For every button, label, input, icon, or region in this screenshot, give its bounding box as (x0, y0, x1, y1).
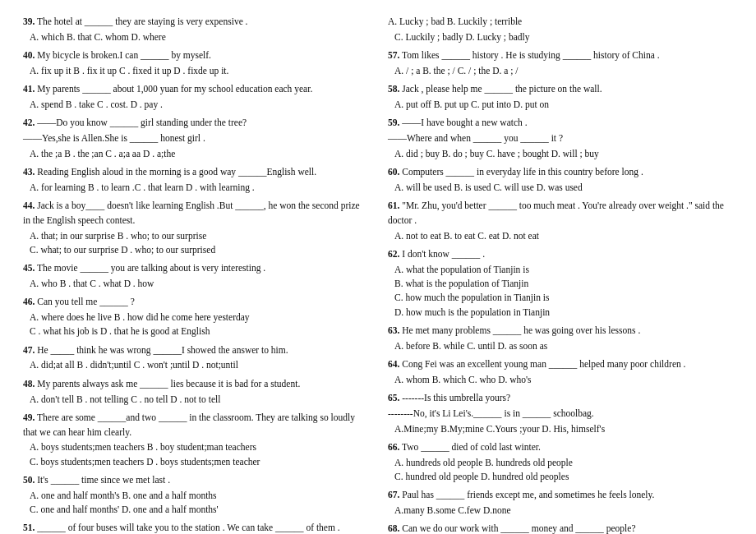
option-row: A. / ; a B. the ; / C. / ; the D. a ; / (394, 64, 733, 78)
option-row: A. that; in our surprise B . who; to our… (30, 229, 368, 243)
options-block: A. which B. that C. whom D. where (23, 30, 368, 44)
question-item: 61. "Mr. Zhu, you'd better ______ too mu… (388, 199, 733, 243)
option-row: A. spend B . take C . cost. D . pay . (30, 98, 368, 112)
question-item: 46. Can you tell me ______ ?A. where doe… (23, 295, 368, 338)
question-item: 63. He met many problems ______ he was g… (388, 324, 733, 353)
options-block: C. Luckily ; badly D. Lucky ; badly (388, 30, 733, 44)
question-item: 48. My parents always ask me ______ lies… (23, 377, 368, 407)
option-row: A. fix up it B . fix it up C . fixed it … (30, 64, 368, 78)
question-text: 67. Paul has ______ friends except me, a… (388, 488, 733, 503)
option-row: A. before B. while C. until D. as soon a… (394, 339, 733, 353)
option-row: A. not to eat B. to eat C. eat D. not ea… (394, 229, 733, 243)
options-block: A. not to eat B. to eat C. eat D. not ea… (388, 229, 733, 243)
options-block: A. that; in our surprise B . who; to our… (23, 229, 368, 258)
question-item: 51. ______ of four buses will take you t… (23, 521, 368, 534)
question-item: 43. Reading English aloud in the morning… (23, 165, 368, 195)
options-block: A. did ; buy B. do ; buy C. have ; bough… (388, 147, 733, 161)
question-text: 50. It's ______ time since we met last . (23, 473, 368, 488)
option-row: A. who B . that C . what D . how (30, 277, 368, 291)
question-item: 57. Tom likes ______ history . He is stu… (388, 48, 733, 78)
option-row: A.many B.some C.few D.none (394, 504, 733, 518)
question-text: 66. Two ______ died of cold last winter. (388, 440, 733, 455)
question-text: 39. The hotel at ______ they are staying… (23, 15, 368, 30)
option-row: A.Mine;my B.My;mine C.Yours ;your D. His… (394, 422, 733, 436)
options-block: A. the ;a B . the ;an C . a;a aa D . a;t… (23, 147, 368, 161)
question-text: 41. My parents ______ about 1,000 yuan f… (23, 82, 368, 97)
question-item: 66. Two ______ died of cold last winter.… (388, 440, 733, 484)
option-row: A. did ; buy B. do ; buy C. have ; bough… (394, 147, 733, 161)
question-item: 59. ——I have bought a new watch .——Where… (388, 116, 733, 161)
question-item: 65. -------Is this umbrella yours?------… (388, 391, 733, 436)
question-text: 42. ——Do you know ______ girl standing u… (23, 116, 368, 131)
option-row: C . what his job is D . that he is good … (30, 325, 368, 338)
option-row: A. where does he live B . how did he com… (30, 311, 368, 325)
question-text: 64. Cong Fei was an excellent young man … (388, 357, 733, 372)
options-block: A. one and half month's B. one and a hal… (23, 489, 368, 518)
question-item: 42. ——Do you know ______ girl standing u… (23, 116, 368, 161)
question-item: 40. My bicycle is broken.I can ______ by… (23, 48, 368, 78)
question-text: 48. My parents always ask me ______ lies… (23, 377, 368, 392)
question-item: 44. Jack is a boy____ doesn't like learn… (23, 199, 368, 257)
options-block: A. whom B. which C. who D. who's (388, 373, 733, 387)
option-row: A. one and half month's B. one and a hal… (30, 489, 368, 503)
question-text: 57. Tom likes ______ history . He is stu… (388, 48, 733, 63)
option-row: A. will be used B. is used C. will use D… (394, 181, 733, 195)
question-subtext: --------No, it's Li Lei's.______ is in _… (388, 407, 733, 421)
options-block: A.many B.some C.few D.none (388, 504, 733, 518)
question-item: 60. Computers ______ in everyday life in… (388, 165, 733, 195)
question-text: 43. Reading English aloud in the morning… (23, 165, 368, 180)
question-text: A. Lucky ; bad B. Luckily ; terrible (388, 15, 733, 30)
question-text: 46. Can you tell me ______ ? (23, 295, 368, 310)
question-text: 60. Computers ______ in everyday life in… (388, 165, 733, 180)
option-row: A. don't tell B . not telling C . no tel… (30, 393, 368, 407)
question-item: 62. I don't know ______ .A. what the pop… (388, 247, 733, 320)
question-text: 68. Can we do our work with ______ money… (388, 522, 733, 534)
option-row: C. hundred old people D. hundred old peo… (394, 470, 733, 484)
option-row: B. what is the population of Tianjin (394, 277, 733, 291)
question-subtext: ——Where and when ______ you ______ it ? (388, 131, 733, 146)
option-row: C. Luckily ; badly D. Lucky ; badly (394, 30, 733, 44)
option-row: A. the ;a B . the ;an C . a;a aa D . a;t… (30, 147, 368, 161)
question-text: 51. ______ of four buses will take you t… (23, 521, 368, 534)
option-row: A. boys students;men teachers B . boy st… (30, 440, 368, 454)
option-row: C. one and half months' D. one and a hal… (30, 503, 368, 517)
main-content: 39. The hotel at ______ they are staying… (23, 15, 733, 534)
options-block: A. where does he live B . how did he com… (23, 311, 368, 339)
options-block: A. who B . that C . what D . how (23, 277, 368, 291)
question-item: 39. The hotel at ______ they are staying… (23, 15, 368, 44)
question-item: 67. Paul has ______ friends except me, a… (388, 488, 733, 518)
question-item: 64. Cong Fei was an excellent young man … (388, 357, 733, 387)
question-text: 61. "Mr. Zhu, you'd better ______ too mu… (388, 199, 733, 228)
option-row: C. boys students;men teachers D . boys s… (30, 455, 368, 469)
question-text: 63. He met many problems ______ he was g… (388, 324, 733, 338)
question-item: 45. The movie ______ you are talking abo… (23, 261, 368, 291)
question-text: 49. There are some ______and two ______ … (23, 411, 368, 440)
options-block: A. spend B . take C . cost. D . pay . (23, 98, 368, 112)
question-text: 44. Jack is a boy____ doesn't like learn… (23, 199, 368, 228)
question-item: A. Lucky ; bad B. Luckily ; terribleC. L… (388, 15, 733, 44)
options-block: A. for learning B . to learn .C . that l… (23, 181, 368, 195)
question-item: 58. Jack , please help me ______ the pic… (388, 82, 733, 112)
option-row: C. how much the population in Tianjin is (394, 291, 733, 305)
option-row: D. how much is the population in Tianjin (394, 306, 733, 320)
question-text: 40. My bicycle is broken.I can ______ by… (23, 48, 368, 63)
question-item: 50. It's ______ time since we met last .… (23, 473, 368, 517)
option-row: C. what; to our surprise D . who; to our… (30, 243, 368, 257)
options-block: A. before B. while C. until D. as soon a… (388, 339, 733, 353)
question-item: 49. There are some ______and two ______ … (23, 411, 368, 469)
question-item: 68. Can we do our work with ______ money… (388, 522, 733, 534)
option-row: A. did;at all B . didn't;until C . won't… (30, 358, 368, 372)
options-block: A. put off B. put up C. put into D. put … (388, 98, 733, 112)
option-row: A. put off B. put up C. put into D. put … (394, 98, 733, 112)
left-column: 39. The hotel at ______ they are staying… (23, 15, 378, 534)
options-block: A. hundreds old people B. hundreds old p… (388, 456, 733, 485)
option-row: A. which B. that C. whom D. where (30, 30, 368, 44)
question-text: 45. The movie ______ you are talking abo… (23, 261, 368, 276)
option-row: A. hundreds old people B. hundreds old p… (394, 456, 733, 470)
option-row: A. whom B. which C. who D. who's (394, 373, 733, 387)
option-row: A. for learning B . to learn .C . that l… (30, 181, 368, 195)
question-text: 65. -------Is this umbrella yours? (388, 391, 733, 406)
question-text: 62. I don't know ______ . (388, 247, 733, 262)
options-block: A.Mine;my B.My;mine C.Yours ;your D. His… (388, 422, 733, 436)
question-text: 58. Jack , please help me ______ the pic… (388, 82, 733, 97)
